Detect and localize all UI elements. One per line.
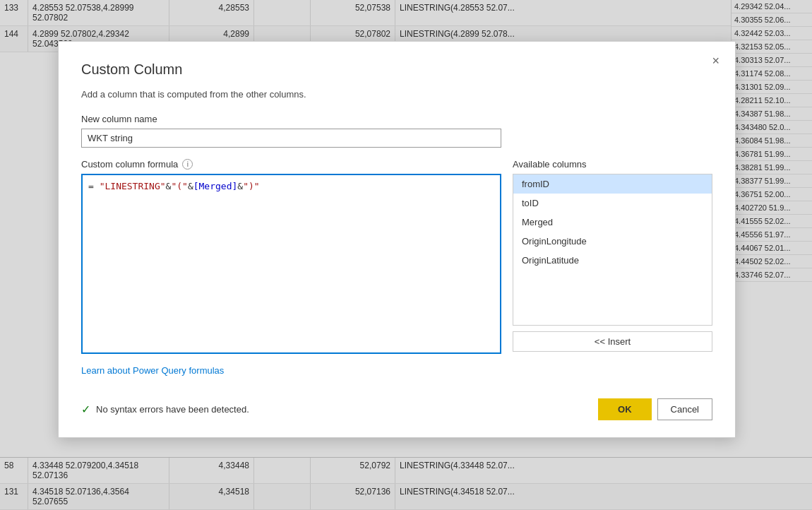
columns-list: fromID toID Merged OriginLongitude Origi… — [513, 174, 712, 326]
close-button[interactable]: × — [707, 52, 724, 70]
column-item-merged[interactable]: Merged — [513, 213, 712, 232]
info-icon[interactable]: i — [182, 159, 193, 170]
footer-buttons: OK Cancel — [598, 398, 712, 420]
column-item-originlatitude[interactable]: OriginLatitude — [513, 251, 712, 270]
formula-label: Custom column formula i — [81, 159, 501, 170]
status-text: No syntax errors have been detected. — [96, 404, 249, 415]
cancel-button[interactable]: Cancel — [657, 398, 712, 420]
dialog-footer: ✓ No syntax errors have been detected. O… — [81, 398, 712, 420]
status-message: ✓ No syntax errors have been detected. — [81, 403, 249, 416]
column-item-originlongitude[interactable]: OriginLongitude — [513, 232, 712, 251]
formula-link[interactable]: Learn about Power Query formulas — [81, 365, 224, 376]
formula-editor-container: Custom column formula i = "LINESTRING"&"… — [81, 159, 501, 354]
formula-section: Custom column formula i = "LINESTRING"&"… — [81, 159, 712, 354]
formula-content: = "LINESTRING"&"("&[Merged]&")" — [88, 181, 494, 191]
check-icon: ✓ — [81, 403, 90, 416]
column-name-label: New column name — [81, 114, 712, 124]
ok-button[interactable]: OK — [598, 398, 652, 420]
insert-button[interactable]: << Insert — [513, 331, 712, 352]
custom-column-dialog: × Custom Column Add a column that is com… — [58, 41, 736, 438]
column-item-fromid[interactable]: fromID — [513, 174, 712, 194]
column-item-toid[interactable]: toID — [513, 194, 712, 213]
available-columns-title: Available columns — [513, 159, 712, 170]
formula-editor[interactable]: = "LINESTRING"&"("&[Merged]&")" — [81, 174, 501, 354]
dialog-subtitle: Add a column that is computed from the o… — [81, 89, 712, 100]
column-name-input[interactable] — [81, 129, 501, 148]
dialog-title: Custom Column — [81, 61, 712, 78]
available-columns-panel: Available columns fromID toID Merged Ori… — [513, 159, 712, 354]
